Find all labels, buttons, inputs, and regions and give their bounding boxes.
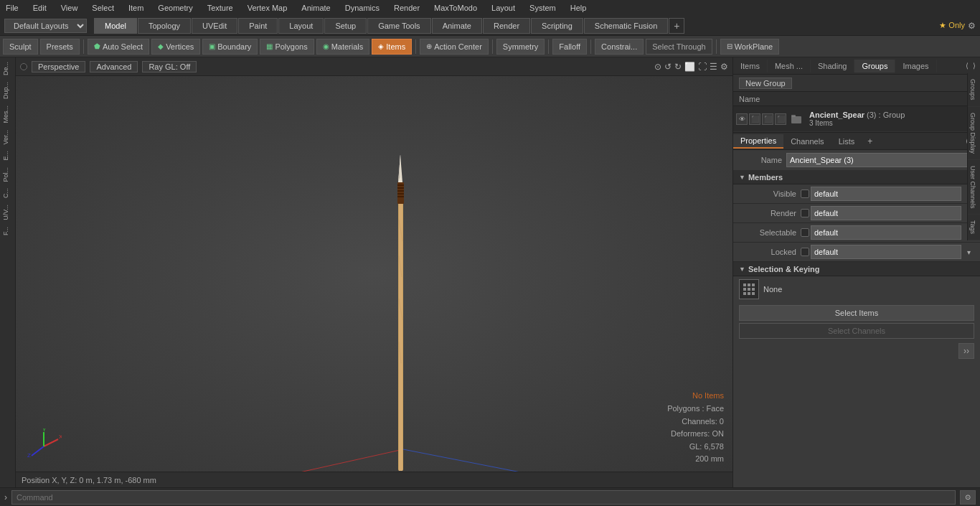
- viewport-advanced[interactable]: Advanced: [90, 61, 138, 72]
- viewport-icon-4[interactable]: ⬜: [684, 62, 695, 72]
- rp-panel-expand: ⟨ ⟩: [964, 60, 980, 71]
- rp-tab-shading[interactable]: Shading: [811, 60, 854, 72]
- select-through-button[interactable]: Select Through: [646, 39, 712, 55]
- sel-keying-section[interactable]: ▼ Selection & Keying: [733, 262, 980, 276]
- locked-select[interactable]: default: [811, 245, 961, 259]
- menu-animate[interactable]: Animate: [298, 2, 333, 14]
- props-tab-add[interactable]: +: [864, 136, 875, 146]
- rvt-groups[interactable]: Groups: [968, 73, 980, 107]
- rp-tab-mesh[interactable]: Mesh ...: [768, 60, 811, 72]
- menu-system[interactable]: System: [527, 2, 559, 14]
- auto-select-button[interactable]: ⬟ Auto Select: [88, 39, 149, 55]
- group-lock-icon[interactable]: ⬛: [775, 113, 786, 125]
- group-visibility-icon[interactable]: 👁: [736, 113, 748, 125]
- viewport-raygl[interactable]: Ray GL: Off: [142, 61, 197, 72]
- menu-layout[interactable]: Layout: [489, 2, 518, 14]
- tab-model[interactable]: Model: [94, 18, 137, 34]
- rp-expand-icon[interactable]: ⟨: [964, 60, 970, 71]
- viewport-canvas[interactable]: No Items Polygons : Face Channels: 0 Def…: [16, 76, 732, 472]
- sel-expand-arrow[interactable]: ››: [958, 343, 974, 359]
- viewport-icon-6[interactable]: ☰: [710, 62, 717, 72]
- rp-tab-images[interactable]: Images: [895, 60, 936, 72]
- tab-paint[interactable]: Paint: [238, 18, 278, 34]
- tab-topology[interactable]: Topology: [138, 18, 191, 34]
- menu-select[interactable]: Select: [89, 2, 117, 14]
- tab-gametools[interactable]: Game Tools: [367, 18, 431, 34]
- command-input[interactable]: [11, 490, 956, 505]
- rp-collapse-icon[interactable]: ⟩: [971, 60, 977, 71]
- rp-tab-items[interactable]: Items: [733, 60, 768, 72]
- items-button[interactable]: ◈ Items: [372, 39, 412, 55]
- tab-uvedit[interactable]: UVEdit: [192, 18, 237, 34]
- rvt-user-channels[interactable]: User Channels: [968, 160, 980, 215]
- layout-selector[interactable]: Default Layouts: [4, 19, 87, 33]
- polygons-button[interactable]: ▦ Polygons: [260, 39, 314, 55]
- tab-animate[interactable]: Animate: [432, 18, 482, 34]
- menu-geometry[interactable]: Geometry: [155, 2, 195, 14]
- rp-tab-groups[interactable]: Groups: [854, 60, 895, 72]
- presets-button[interactable]: Presets: [40, 39, 80, 55]
- viewport-icon-2[interactable]: ↺: [664, 62, 672, 72]
- materials-button[interactable]: ◉ Materials: [316, 39, 370, 55]
- sculpt-button[interactable]: Sculpt: [3, 39, 38, 55]
- menu-edit[interactable]: Edit: [30, 2, 50, 14]
- props-tab-properties[interactable]: Properties: [733, 134, 783, 149]
- group-select-icon[interactable]: ⬛: [762, 113, 773, 125]
- tab-add[interactable]: +: [669, 18, 684, 34]
- visible-select[interactable]: default: [811, 187, 961, 201]
- viewport-icon-7[interactable]: ⚙: [720, 62, 728, 72]
- members-section[interactable]: ▼ Members: [733, 170, 980, 184]
- menu-view[interactable]: View: [58, 2, 81, 14]
- menu-maxtomodo[interactable]: MaxToModo: [431, 2, 480, 14]
- menu-render[interactable]: Render: [391, 2, 423, 14]
- viewport-icon-3[interactable]: ↻: [674, 62, 682, 72]
- viewport-icon-5[interactable]: ⛶: [698, 62, 707, 72]
- tab-setup[interactable]: Setup: [324, 18, 367, 34]
- tab-render[interactable]: Render: [483, 18, 530, 34]
- name-input[interactable]: [786, 153, 974, 167]
- props-tab-channels[interactable]: Channels: [783, 135, 831, 148]
- sidebar-item-uv[interactable]: U/V...: [1, 202, 15, 223]
- props-tab-lists[interactable]: Lists: [831, 135, 862, 148]
- menu-dynamics[interactable]: Dynamics: [342, 2, 382, 14]
- rvt-tags[interactable]: Tags: [968, 215, 980, 240]
- symmetry-button[interactable]: Symmetry: [496, 39, 545, 55]
- new-group-button[interactable]: New Group: [739, 78, 792, 89]
- boundary-button[interactable]: ▣ Boundary: [202, 39, 258, 55]
- tab-schematicfusion[interactable]: Schematic Fusion: [584, 18, 668, 34]
- constraints-button[interactable]: Constrai...: [595, 39, 644, 55]
- sidebar-item-ver[interactable]: Ver...: [1, 127, 15, 148]
- sidebar-item-c[interactable]: C...: [1, 185, 15, 201]
- tab-layout[interactable]: Layout: [278, 18, 324, 34]
- viewport-icon-1[interactable]: ⊙: [654, 62, 661, 72]
- sidebar-item-e[interactable]: E...: [1, 148, 15, 164]
- render-select[interactable]: default: [811, 206, 961, 220]
- menu-texture[interactable]: Texture: [204, 2, 236, 14]
- command-arrow-icon[interactable]: ›: [4, 492, 7, 502]
- falloff-button[interactable]: Falloff: [552, 39, 587, 55]
- items-icon: ◈: [378, 42, 384, 50]
- select-items-button[interactable]: Select Items: [739, 305, 974, 321]
- layout-settings-icon[interactable]: ⚙: [968, 21, 976, 31]
- render-select-wrap: default ▾: [801, 206, 974, 220]
- menu-vertexmap[interactable]: Vertex Map: [245, 2, 291, 14]
- rvt-group-display[interactable]: Group Display: [968, 107, 980, 160]
- work-plane-button[interactable]: ⊟ WorkPlane: [720, 39, 780, 55]
- sidebar-item-f[interactable]: F...: [1, 224, 15, 238]
- sidebar-item-dup[interactable]: Dup...: [1, 79, 15, 102]
- sidebar-item-de[interactable]: De...: [1, 59, 15, 78]
- tab-scripting[interactable]: Scripting: [531, 18, 583, 34]
- command-go-button[interactable]: ⊙: [960, 490, 976, 505]
- viewport-container: Perspective Advanced Ray GL: Off ⊙ ↺ ↻ ⬜…: [16, 57, 732, 487]
- action-center-button[interactable]: ⊕ Action Center: [420, 39, 489, 55]
- sidebar-item-mes[interactable]: Mes...: [1, 103, 15, 126]
- menu-file[interactable]: File: [3, 2, 22, 14]
- sidebar-item-pol[interactable]: Pol...: [1, 164, 15, 185]
- menu-help[interactable]: Help: [567, 2, 590, 14]
- select-channels-button[interactable]: Select Channels: [739, 323, 974, 339]
- selectable-select[interactable]: default: [811, 225, 961, 240]
- viewport-projection[interactable]: Perspective: [32, 61, 85, 72]
- group-render-icon[interactable]: ⬛: [749, 113, 760, 125]
- vertices-button[interactable]: ◆ Vertices: [151, 39, 200, 55]
- menu-item[interactable]: Item: [126, 2, 146, 14]
